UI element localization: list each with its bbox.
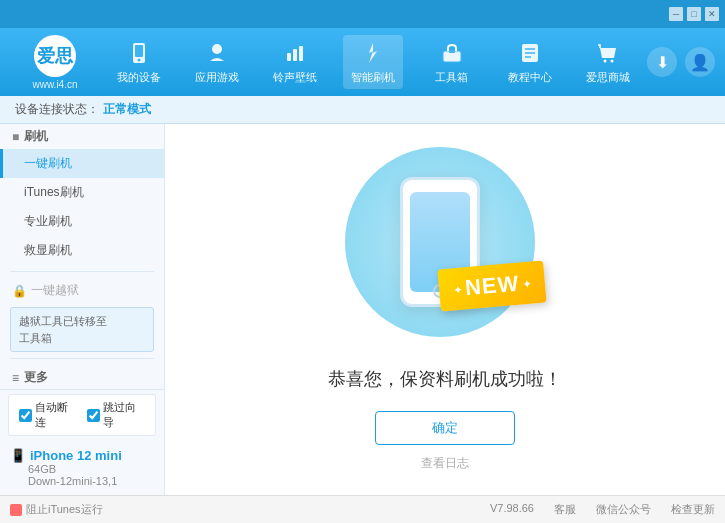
- svg-rect-8: [449, 50, 455, 53]
- nav-toolbox[interactable]: 工具箱: [422, 35, 482, 89]
- svg-point-2: [138, 59, 141, 62]
- logo-icon: 爱思: [34, 35, 76, 77]
- checkbox-row: 自动断连 跳过向导: [8, 394, 156, 436]
- device-storage: 64GB: [28, 463, 154, 475]
- download-button[interactable]: ⬇: [647, 47, 677, 77]
- minimize-button[interactable]: ─: [669, 7, 683, 21]
- logo[interactable]: 爱思 www.i4.cn: [10, 35, 100, 90]
- header: 爱思 www.i4.cn 我的设备 应用游戏: [0, 28, 725, 96]
- status-bar: 设备连接状态： 正常模式: [0, 96, 725, 124]
- logo-tagline: www.i4.cn: [32, 79, 77, 90]
- nav-ringtones[interactable]: 铃声壁纸: [265, 35, 325, 89]
- success-circle: ✦ ✦ ✦ NEW: [345, 147, 535, 337]
- sidebar-section-flash: ■ 刷机: [0, 124, 164, 149]
- phone-small-icon: 📱: [10, 448, 26, 463]
- itunes-stop[interactable]: 阻止iTunes运行: [10, 502, 103, 517]
- svg-rect-4: [287, 53, 291, 61]
- view-log-link[interactable]: 查看日志: [421, 455, 469, 472]
- sidebar-item-restore-flash[interactable]: 救显刷机: [0, 236, 164, 265]
- sidebar-lock-section: 🔒 一键越狱: [0, 278, 164, 303]
- bottom-right: V7.98.66 客服 微信公众号 检查更新: [490, 502, 715, 517]
- device-version: Down-12mini-13,1: [28, 475, 154, 487]
- sidebar: ■ 刷机 一键刷机 iTunes刷机 专业刷机 救显刷机 🔒 一键越狱: [0, 124, 165, 495]
- svg-point-14: [610, 60, 613, 63]
- nav-my-device-label: 我的设备: [117, 70, 161, 85]
- svg-rect-5: [293, 49, 297, 61]
- auto-disconnect-label: 自动断连: [35, 400, 77, 430]
- nav-smart-flash[interactable]: 智能刷机: [343, 35, 403, 89]
- confirm-button[interactable]: 确定: [375, 411, 515, 445]
- auto-disconnect-input[interactable]: [19, 409, 32, 422]
- nav-shop-label: 爱思商城: [586, 70, 630, 85]
- ringtones-icon: [281, 39, 309, 67]
- more-section-icon: ≡: [12, 371, 19, 385]
- stop-icon: [10, 504, 22, 516]
- sidebar-item-pro-flash[interactable]: 专业刷机: [0, 207, 164, 236]
- skip-wizard-checkbox[interactable]: 跳过向导: [87, 400, 145, 430]
- bottom-left: 阻止iTunes运行: [10, 502, 103, 517]
- flash-section-icon: ■: [12, 130, 19, 144]
- sidebar-item-itunes-flash[interactable]: iTunes刷机: [0, 178, 164, 207]
- wechat-link[interactable]: 微信公众号: [596, 502, 651, 517]
- nav-apps-games[interactable]: 应用游戏: [187, 35, 247, 89]
- svg-rect-1: [135, 45, 143, 57]
- svg-rect-6: [299, 46, 303, 61]
- nav-flash-label: 智能刷机: [351, 70, 395, 85]
- my-device-icon: [125, 39, 153, 67]
- svg-point-13: [603, 60, 606, 63]
- check-update-link[interactable]: 检查更新: [671, 502, 715, 517]
- status-label: 设备连接状态：: [15, 101, 99, 118]
- nav-tutorials[interactable]: 教程中心: [500, 35, 560, 89]
- lock-icon: 🔒: [12, 284, 27, 298]
- smart-flash-icon: [359, 39, 387, 67]
- shop-icon: [594, 39, 622, 67]
- skip-wizard-label: 跳过向导: [103, 400, 145, 430]
- sidebar-fixed-bottom: 自动断连 跳过向导 📱 iPhone 12 mini 64GB Down-12m…: [0, 389, 164, 495]
- status-value: 正常模式: [103, 101, 151, 118]
- new-badge: NEW: [437, 260, 547, 311]
- apps-games-icon: [203, 39, 231, 67]
- sidebar-item-one-click-flash[interactable]: 一键刷机: [0, 149, 164, 178]
- close-button[interactable]: ✕: [705, 7, 719, 21]
- sparkle-2: ✦: [493, 152, 505, 168]
- sidebar-info-box: 越狱工具已转移至 工具箱: [10, 307, 154, 352]
- device-name: 📱 iPhone 12 mini: [10, 448, 154, 463]
- itunes-stop-label: 阻止iTunes运行: [26, 502, 103, 517]
- nav-toolbox-label: 工具箱: [435, 70, 468, 85]
- nav-tutorials-label: 教程中心: [508, 70, 552, 85]
- device-card: 📱 iPhone 12 mini 64GB Down-12mini-13,1: [0, 440, 164, 495]
- nav-shop[interactable]: 爱思商城: [578, 35, 638, 89]
- sidebar-scroll: ■ 刷机 一键刷机 iTunes刷机 专业刷机 救显刷机 🔒 一键越狱: [0, 124, 164, 389]
- nav-right-buttons: ⬇ 👤: [647, 47, 715, 77]
- main-layout: ■ 刷机 一键刷机 iTunes刷机 专业刷机 救显刷机 🔒 一键越狱: [0, 124, 725, 495]
- auto-disconnect-checkbox[interactable]: 自动断连: [19, 400, 77, 430]
- nav-my-device[interactable]: 我的设备: [109, 35, 169, 89]
- sidebar-divider-2: [10, 358, 154, 359]
- customer-service-link[interactable]: 客服: [554, 502, 576, 517]
- sidebar-divider-1: [10, 271, 154, 272]
- user-button[interactable]: 👤: [685, 47, 715, 77]
- nav-items: 我的设备 应用游戏 铃声壁纸: [100, 35, 647, 89]
- nav-apps-label: 应用游戏: [195, 70, 239, 85]
- success-text: 恭喜您，保资料刷机成功啦！: [328, 367, 562, 391]
- bottom-bar: 阻止iTunes运行 V7.98.66 客服 微信公众号 检查更新: [0, 495, 725, 523]
- sparkle-3: ✦: [355, 301, 367, 317]
- title-bar: ─ □ ✕: [0, 0, 725, 28]
- svg-point-3: [212, 44, 222, 54]
- content-area: ✦ ✦ ✦ NEW 恭喜您，保资料刷机成功啦！ 确定 查看日志: [165, 124, 725, 495]
- toolbox-icon: [438, 39, 466, 67]
- version-label: V7.98.66: [490, 502, 534, 517]
- skip-wizard-input[interactable]: [87, 409, 100, 422]
- tutorials-icon: [516, 39, 544, 67]
- sparkle-1: ✦: [365, 157, 377, 173]
- window-controls[interactable]: ─ □ ✕: [669, 7, 719, 21]
- success-graphic: ✦ ✦ ✦ NEW: [345, 147, 545, 347]
- maximize-button[interactable]: □: [687, 7, 701, 21]
- nav-ringtones-label: 铃声壁纸: [273, 70, 317, 85]
- sidebar-section-more: ≡ 更多: [0, 365, 164, 389]
